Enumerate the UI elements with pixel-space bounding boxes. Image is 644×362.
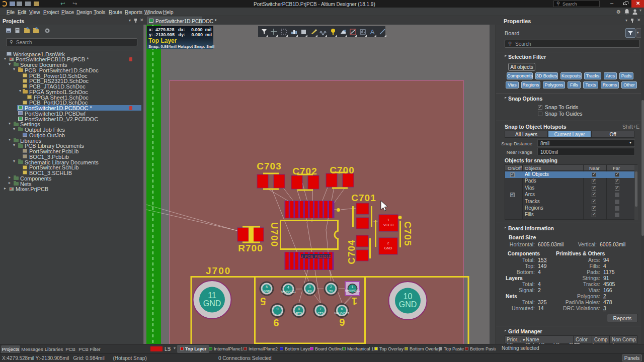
svg-text:6: 6 (341, 307, 343, 311)
svg-text:GND: GND (384, 246, 392, 250)
svg-text:C705: C705 (403, 221, 413, 246)
svg-text:4: 4 (287, 286, 289, 289)
svg-text:RTS: RTS (296, 312, 302, 315)
svg-text:1: 1 (387, 218, 389, 222)
svg-text:3: 3 (309, 285, 311, 289)
svg-text:RX: RX (307, 290, 311, 293)
svg-text:C701: C701 (351, 193, 376, 203)
svg-text:U_PCB_RS2321D: U_PCB_RS2321D (300, 254, 332, 259)
svg-text:5: 5 (260, 296, 266, 307)
svg-text:C704: C704 (346, 239, 357, 264)
svg-text:1: 1 (352, 296, 357, 307)
svg-text:10: 10 (404, 292, 413, 301)
svg-text:9: 9 (277, 307, 279, 311)
svg-text:5: 5 (266, 285, 268, 289)
svg-text:C702: C702 (292, 166, 317, 176)
svg-text:N#U/VCC1: N#U/VCC1 (281, 290, 296, 293)
svg-text:GND: GND (203, 299, 221, 308)
svg-text:2: 2 (330, 285, 332, 289)
svg-text:R700: R700 (238, 243, 263, 253)
svg-text:GND: GND (263, 290, 270, 293)
svg-text:1: 1 (352, 285, 354, 289)
svg-text:C703: C703 (257, 161, 281, 171)
svg-text:TX: TX (329, 290, 333, 293)
svg-text:11: 11 (208, 291, 216, 300)
svg-text:CTS: CTS (317, 312, 324, 315)
svg-text:J700: J700 (206, 265, 231, 276)
svg-text:2: 2 (387, 241, 389, 245)
svg-text:U700: U700 (269, 222, 280, 247)
svg-text:GND: GND (399, 300, 417, 309)
svg-text:VCCO: VCCO (383, 223, 394, 227)
svg-text:7: 7 (319, 307, 321, 311)
svg-text:6: 6 (339, 317, 345, 328)
svg-text:8: 8 (298, 307, 300, 311)
svg-text:C700: C700 (330, 165, 354, 175)
svg-text:9: 9 (273, 317, 279, 328)
svg-text:N#U/VCC1: N#U/VCC1 (345, 289, 360, 292)
svg-text:N#U/VCC1: N#U/VCC1 (335, 312, 350, 315)
